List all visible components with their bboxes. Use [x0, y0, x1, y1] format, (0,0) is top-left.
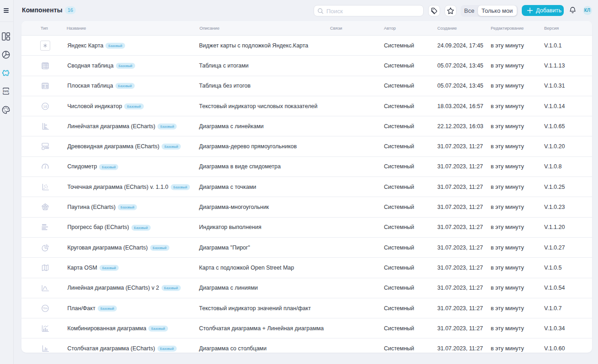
svg-text:16: 16 [43, 104, 47, 108]
svg-text:75%: 75% [43, 307, 48, 310]
svg-text:SVG: SVG [3, 89, 9, 93]
